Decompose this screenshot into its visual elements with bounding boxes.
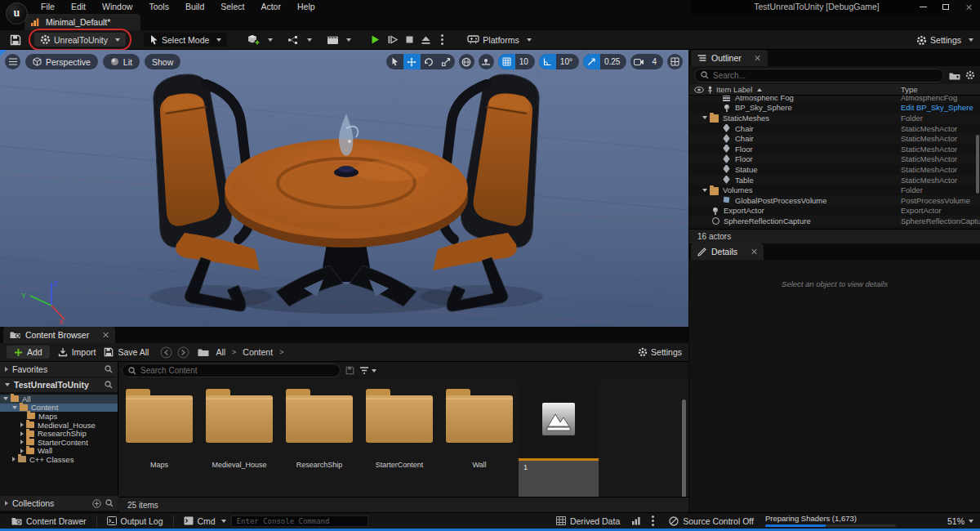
move-tool-button[interactable] [403, 54, 421, 69]
outliner-row[interactable]: ChairStaticMeshActor [689, 133, 980, 144]
import-button[interactable]: Import [58, 347, 96, 357]
menu-file[interactable]: File [33, 0, 63, 14]
tab-details[interactable]: Details [691, 243, 764, 260]
outliner-row[interactable]: GlobalPostProcessVolumePostProcessVolume [689, 195, 980, 206]
save-button[interactable] [7, 33, 24, 47]
close-icon[interactable] [751, 248, 757, 255]
camera-speed-control[interactable]: 4 [630, 54, 663, 69]
menu-help[interactable]: Help [289, 0, 323, 14]
menu-edit[interactable]: Edit [63, 0, 94, 14]
tree-item-content[interactable]: Content [0, 404, 118, 413]
eject-button[interactable] [421, 35, 431, 45]
tree-item-maps[interactable]: Maps [0, 412, 118, 421]
content-searchbox[interactable] [122, 364, 341, 377]
world-local-toggle[interactable] [459, 54, 474, 69]
content-drawer-button[interactable]: Content Drawer [7, 516, 91, 526]
asset-tile-level[interactable]: 1 [519, 380, 599, 497]
add-collection-icon[interactable] [92, 499, 101, 508]
maximize-button[interactable] [934, 0, 957, 14]
outliner-search-input[interactable] [713, 71, 938, 80]
cmd-dropdown[interactable]: Cmd [179, 516, 231, 526]
console-command-input[interactable] [231, 515, 368, 527]
col-item-label[interactable]: Item Label [716, 85, 752, 94]
folder-tile-researchship[interactable]: ResearchShip [280, 382, 359, 469]
outliner-searchbox[interactable] [694, 69, 944, 83]
search-icon[interactable] [105, 499, 114, 507]
grid-snap-control[interactable]: 10 [498, 54, 535, 69]
tree-item-researchship[interactable]: ResearchShip [0, 429, 118, 438]
tab-outliner[interactable]: Outliner [691, 50, 768, 66]
lit-dropdown[interactable]: Lit [103, 54, 140, 69]
content-scrollbar[interactable] [682, 399, 686, 497]
scale-snap-control[interactable]: 0.25 [583, 54, 626, 69]
menu-select[interactable]: Select [212, 0, 252, 14]
outliner-row[interactable]: StaticMeshesFolder [689, 113, 980, 123]
menu-build[interactable]: Build [177, 0, 212, 14]
save-search-icon[interactable] [345, 366, 354, 375]
content-browser-settings[interactable]: Settings [638, 347, 682, 357]
filter-dropdown[interactable] [359, 367, 376, 374]
select-tool-button[interactable] [386, 54, 403, 69]
add-button[interactable]: Add [7, 346, 50, 359]
back-button[interactable] [160, 346, 172, 359]
content-search-input[interactable] [140, 366, 334, 375]
stop-button[interactable] [405, 35, 414, 44]
progress-percent[interactable]: 51% [947, 516, 973, 526]
outliner-scrollbar[interactable] [976, 135, 979, 194]
source-control-button[interactable]: Source Control Off [664, 516, 759, 526]
project-section[interactable]: TestUnrealToUnity [0, 377, 118, 392]
play-button[interactable] [370, 34, 381, 45]
expand-arrow-icon[interactable] [702, 189, 707, 192]
close-icon[interactable] [755, 55, 761, 61]
show-dropdown[interactable]: Show [145, 54, 180, 69]
cinematics-dropdown[interactable] [324, 33, 354, 47]
add-folder-icon[interactable] [949, 71, 960, 80]
viewport-3d[interactable]: Z Y X Perspective Lit [0, 50, 688, 327]
perspective-dropdown[interactable]: Perspective [25, 54, 98, 69]
search-icon[interactable] [105, 381, 113, 389]
select-mode-dropdown[interactable]: Select Mode [144, 33, 227, 47]
outliner-row[interactable]: Atmospheric FogAtmosphericFog [689, 96, 980, 103]
outliner-row[interactable]: SphereReflectionCaptureSphereReflectionC… [689, 216, 980, 226]
tree-item-cpp-classes[interactable]: C++ Classes [0, 455, 118, 464]
menu-actor[interactable]: Actor [252, 0, 289, 14]
save-all-button[interactable]: Save All [104, 347, 149, 357]
status-options-menu[interactable] [652, 520, 654, 522]
tree-item-all[interactable]: All [0, 395, 118, 404]
eye-icon[interactable] [694, 87, 704, 93]
add-actor-dropdown[interactable] [245, 33, 275, 47]
outliner-row[interactable]: FloorStaticMeshActor [689, 144, 980, 154]
output-log-button[interactable]: Output Log [102, 516, 168, 526]
breadcrumb-root[interactable]: All [216, 347, 225, 357]
skip-frame-button[interactable] [387, 34, 399, 45]
folder-tile-maps[interactable]: Maps [120, 382, 198, 469]
folder-tile-wall[interactable]: Wall [440, 382, 519, 469]
outliner-row[interactable]: TableStaticMeshActor [689, 175, 980, 185]
collections-section[interactable]: Collections [0, 496, 118, 511]
outliner-row[interactable]: FloorStaticMeshActor [689, 154, 980, 165]
search-icon[interactable] [105, 365, 113, 373]
breadcrumb-current[interactable]: Content [243, 347, 273, 357]
favorites-section[interactable]: Favorites [0, 362, 118, 377]
level-tab[interactable]: Minimal_Default* [24, 14, 140, 30]
toolbar-settings-dropdown[interactable]: Settings [916, 30, 973, 50]
menu-tools[interactable]: Tools [140, 0, 177, 14]
menu-window[interactable]: Window [94, 0, 140, 14]
derived-data-button[interactable]: Derived Data [551, 516, 625, 526]
forward-button[interactable] [177, 346, 189, 359]
platforms-dropdown[interactable]: Platforms [461, 33, 537, 47]
folder-tile-medieval-house[interactable]: Medieval_House [200, 382, 278, 469]
minimize-button[interactable] [911, 0, 934, 14]
scale-tool-button[interactable] [438, 54, 455, 69]
outliner-row[interactable]: StatueStaticMeshActor [689, 164, 980, 175]
rotate-tool-button[interactable] [421, 54, 438, 69]
rotation-snap-control[interactable]: 10° [539, 54, 579, 69]
unrealtounity-dropdown[interactable]: UnrealToUnity [34, 33, 126, 47]
tree-item-startercontent[interactable]: StarterContent [0, 438, 118, 447]
col-type-label[interactable]: Type [901, 85, 980, 94]
blueprints-dropdown[interactable] [285, 33, 314, 47]
outliner-row[interactable]: VolumesFolder [689, 185, 980, 195]
tab-content-browser[interactable]: Content Browser [3, 327, 115, 343]
close-button[interactable] [957, 0, 980, 14]
folder-tile-startercontent[interactable]: StarterContent [360, 382, 439, 469]
